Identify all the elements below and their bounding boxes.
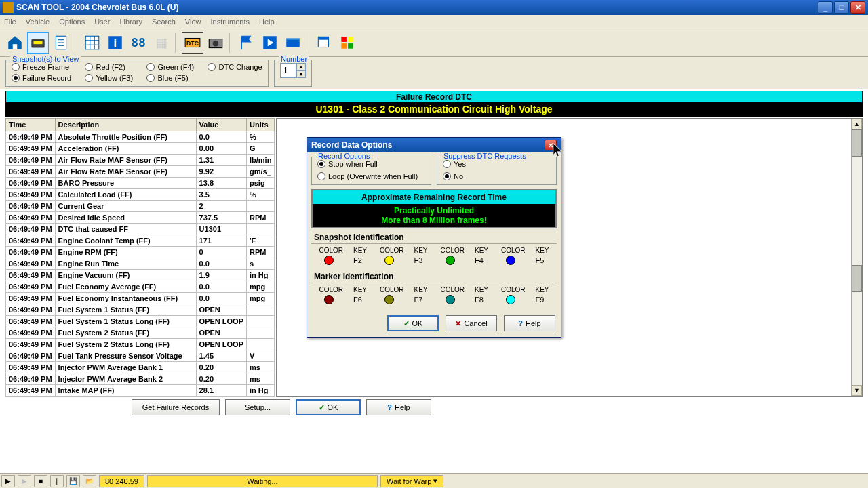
svg-rect-19 [286, 39, 300, 47]
dialog-close-button[interactable]: ✕ [545, 140, 557, 150]
snapshot-radio-3[interactable]: DTC Change [208, 63, 262, 71]
snapshot-radio-1[interactable]: Red (F2) [85, 63, 133, 71]
snapshot-radio-0[interactable]: Freeze Frame [12, 63, 71, 71]
menu-user[interactable]: User [94, 18, 110, 26]
table-row[interactable]: 06:49:49 PMEngine Vacuum (FF)1.9in Hg [6, 270, 275, 281]
status-waiting: Waiting... [147, 475, 378, 487]
col-time[interactable]: Time [6, 119, 56, 131]
sb-pause-icon[interactable]: ∥ [50, 475, 64, 487]
ok-button[interactable]: ✓OK [296, 399, 361, 415]
col-description[interactable]: Description [55, 119, 196, 131]
dialog-title-bar[interactable]: Record Data Options ✕ [307, 138, 561, 152]
grid-icon[interactable] [81, 32, 103, 54]
info-icon[interactable]: i [104, 32, 126, 54]
ident-cell: COLORKEYF9 [496, 286, 555, 304]
table-row[interactable]: 06:49:49 PMFuel Economy Instantaneous (F… [6, 293, 275, 304]
table-row[interactable]: 06:49:49 PMFuel Economy Average (FF)0.0m… [6, 281, 275, 293]
snapshot-radio-2[interactable]: Green (F4) [146, 63, 194, 71]
table-row[interactable]: 06:49:49 PMIntake MAP (FF)28.1in Hg [6, 385, 275, 396]
sb-play-icon[interactable]: ▶ [1, 475, 15, 487]
ident-cell: COLORKEYF2 [314, 247, 372, 265]
home-icon[interactable] [4, 32, 26, 54]
table-row[interactable]: 06:49:49 PMEngine Coolant Temp (FF)171'F [6, 235, 275, 247]
number-input[interactable] [280, 63, 296, 78]
film-icon[interactable] [282, 32, 304, 54]
table-row[interactable]: 06:49:49 PMFuel System 2 Status (FF)OPEN [6, 327, 275, 339]
status-warp[interactable]: Wait for Warp ▾ [380, 475, 443, 487]
dialog-ok-button[interactable]: ✓OK [387, 315, 439, 331]
number-spinner[interactable]: ▲▼ [280, 63, 306, 78]
table-row[interactable]: 06:49:49 PMBARO Pressure13.8psig [6, 178, 275, 189]
radio-suppress-yes[interactable]: Yes [443, 160, 551, 168]
help-button[interactable]: ?Help [366, 399, 431, 415]
table-row[interactable]: 06:49:49 PMFuel Tank Pressure Sensor Vol… [6, 350, 275, 362]
scanner-icon[interactable] [27, 32, 49, 54]
table-row[interactable]: 06:49:49 PMEngine RPM (FF)0RPM [6, 247, 275, 258]
radio-stop-when-full[interactable]: Stop when Full [317, 160, 425, 168]
number-group: Number ▲▼ [274, 60, 312, 87]
scroll-down-icon[interactable]: ▼ [852, 385, 862, 396]
get-failure-records-button[interactable]: Get Failure Records [132, 399, 220, 415]
maximize-button[interactable]: □ [834, 1, 849, 14]
table-row[interactable]: 06:49:49 PMAcceleration (FF)0.00G [6, 143, 275, 155]
vertical-scrollbar[interactable]: ▲ ▼ [851, 119, 862, 396]
table-row[interactable]: 06:49:49 PMInjector PWM Average Bank 10.… [6, 362, 275, 373]
table-row[interactable]: 06:49:49 PMEngine Run Time0.0s [6, 258, 275, 270]
menu-help[interactable]: Help [259, 18, 275, 26]
menu-view[interactable]: View [185, 18, 201, 26]
table-row[interactable]: 06:49:49 PMDTC that caused FFU1301 [6, 224, 275, 235]
table-row[interactable]: 06:49:49 PMAbsolute Throttle Position (F… [6, 131, 275, 143]
check-icon: ✓ [319, 403, 325, 412]
sb-stop-icon[interactable]: ■ [34, 475, 47, 487]
dialog-cancel-button[interactable]: ✕Cancel [446, 315, 497, 331]
snapshot-radio-5[interactable]: Yellow (F3) [85, 74, 133, 82]
calendar-icon[interactable]: ▦ [151, 32, 172, 54]
play-icon[interactable] [259, 32, 281, 54]
sb-open-icon[interactable]: 📂 [83, 475, 96, 487]
radio-suppress-no[interactable]: No [443, 172, 551, 180]
table-row[interactable]: 06:49:49 PMFuel System 1 Status Long (FF… [6, 316, 275, 327]
flag-icon[interactable] [236, 32, 258, 54]
menu-search[interactable]: Search [152, 18, 176, 26]
menu-vehicle[interactable]: Vehicle [26, 18, 50, 26]
colorgrid-icon[interactable] [336, 32, 358, 54]
table-row[interactable]: 06:49:49 PMFuel System 2 Status Long (FF… [6, 339, 275, 350]
sb-save-icon[interactable]: 💾 [66, 475, 80, 487]
window-icon[interactable] [313, 32, 335, 54]
dialog-help-button[interactable]: ?Help [504, 315, 555, 331]
table-row[interactable]: 06:49:49 PMCalculated Load (FF)3.5% [6, 189, 275, 201]
camera-icon[interactable] [205, 32, 226, 54]
table-row[interactable]: 06:49:49 PMFuel System 1 Status (FF)OPEN [6, 304, 275, 316]
snapshot-radio-6[interactable]: Blue (F5) [146, 74, 194, 82]
svg-text:DTC: DTC [186, 40, 199, 47]
svg-point-17 [213, 40, 219, 46]
suppress-dtc-group: Suppress DTC Requests Yes No [437, 157, 557, 185]
title-bar: SCAN TOOL - 2004 Chevrolet Bus 6.0L (U) … [0, 0, 868, 15]
menu-file[interactable]: File [4, 18, 16, 26]
table-row[interactable]: 06:49:49 PMInjector PWM Average Bank 20.… [6, 373, 275, 385]
display88-icon[interactable]: 88 [127, 32, 149, 54]
document-icon[interactable] [50, 32, 72, 54]
table-row[interactable]: 06:49:49 PMCurrent Gear2 [6, 201, 275, 212]
menu-instruments[interactable]: Instruments [211, 18, 250, 26]
spinner-down-icon[interactable]: ▼ [296, 70, 306, 78]
record-options-legend: Record Options [316, 152, 372, 160]
snapshot-radio-4[interactable]: Failure Record [12, 74, 71, 82]
sb-next-icon[interactable]: ▶ [18, 475, 31, 487]
scroll-up-icon[interactable]: ▲ [852, 119, 862, 129]
dtc-icon[interactable]: DTC [182, 32, 203, 54]
col-value[interactable]: Value [196, 119, 246, 131]
table-row[interactable]: 06:49:49 PMDesired Idle Speed737.5RPM [6, 212, 275, 224]
radio-loop-overwrite[interactable]: Loop (Overwrite when Full) [317, 172, 425, 180]
col-units[interactable]: Units [247, 119, 275, 131]
minimize-button[interactable]: _ [818, 1, 833, 14]
table-row[interactable]: 06:49:49 PMAir Flow Rate MAF Sensor (FF)… [6, 155, 275, 166]
ident-cell: COLORKEYF7 [375, 286, 433, 304]
setup-button[interactable]: Setup... [225, 399, 290, 415]
table-row[interactable]: 06:49:49 PMAir Flow Rate MAF Sensor (FF)… [6, 166, 275, 178]
menu-options[interactable]: Options [59, 18, 85, 26]
check-icon: ✓ [403, 319, 410, 328]
close-button[interactable]: ✕ [850, 1, 865, 14]
menu-library[interactable]: Library [119, 18, 142, 26]
spinner-up-icon[interactable]: ▲ [296, 63, 306, 70]
